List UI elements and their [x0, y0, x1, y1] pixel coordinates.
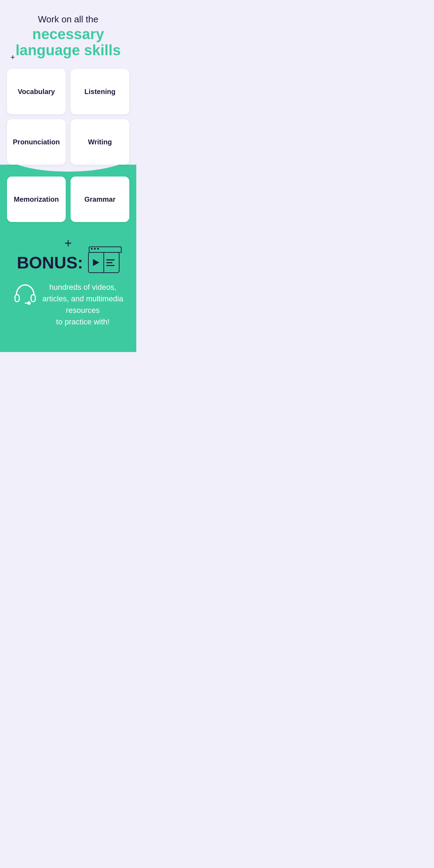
subtitle: Work on all the	[10, 14, 126, 25]
skill-card-writing[interactable]: Writing	[71, 119, 129, 165]
svg-rect-1	[31, 295, 35, 302]
skill-label-vocabulary: Vocabulary	[14, 88, 58, 96]
video-inner	[89, 253, 119, 272]
top-section: Work on all the necessary language skill…	[0, 0, 136, 65]
cards-section: Vocabulary Listening Pronunciation Writi…	[0, 65, 136, 165]
skill-card-grammar[interactable]: Grammar	[71, 177, 129, 222]
skill-label-writing: Writing	[85, 138, 116, 146]
cards-grid-bottom: Memorization Grammar	[0, 177, 136, 222]
svg-rect-0	[15, 295, 19, 302]
bonus-label: BONUS:	[17, 253, 83, 272]
video-line-2	[106, 262, 113, 263]
play-triangle-icon	[93, 259, 99, 266]
skill-label-pronunciation: Pronunciation	[9, 138, 63, 146]
page-wrapper: Work on all the necessary language skill…	[0, 0, 136, 352]
skill-card-memorization[interactable]: Memorization	[7, 177, 66, 222]
bonus-section: + BONUS:	[0, 222, 136, 338]
video-line-1	[106, 259, 115, 260]
plus-decoration: +	[10, 53, 15, 62]
video-line-3	[106, 265, 115, 266]
green-section: Memorization Grammar + BONUS:	[0, 144, 136, 352]
bottom-row: hundreds of videos,articles, and multime…	[7, 281, 129, 328]
title-highlight: necessary language skills	[10, 26, 126, 58]
title-line2: language skills	[15, 42, 121, 58]
video-lines-area	[104, 253, 119, 272]
title-line1: necessary	[32, 26, 104, 42]
skill-card-pronunciation[interactable]: Pronunciation	[7, 119, 66, 165]
dot-2	[94, 248, 96, 250]
bonus-description: hundreds of videos,articles, and multime…	[42, 281, 123, 328]
bonus-row: BONUS:	[7, 252, 129, 273]
cards-grid-top: Vocabulary Listening Pronunciation Writi…	[7, 69, 129, 165]
video-icon	[88, 252, 120, 273]
skill-label-memorization: Memorization	[10, 195, 63, 203]
dot-3	[97, 248, 99, 250]
headphone-icon	[13, 281, 37, 306]
video-dots	[91, 248, 99, 250]
video-play-area	[89, 253, 104, 272]
skill-card-vocabulary[interactable]: Vocabulary	[7, 69, 66, 114]
skill-label-listening: Listening	[81, 88, 119, 96]
skill-label-grammar: Grammar	[81, 195, 119, 203]
dot-1	[91, 248, 93, 250]
skill-card-listening[interactable]: Listening	[71, 69, 129, 114]
